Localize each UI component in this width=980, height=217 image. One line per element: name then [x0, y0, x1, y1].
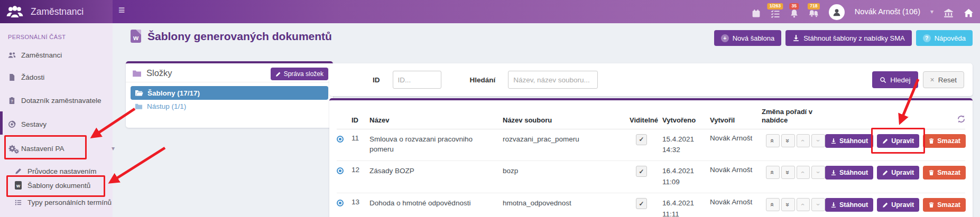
sidebar-item-zadosti[interactable]: Žádosti — [7, 71, 44, 83]
search-button[interactable]: Hledej — [872, 71, 918, 88]
alerts-badge: 35 — [790, 3, 799, 10]
tasks-badge: 1/263 — [768, 3, 783, 10]
move-up-button[interactable]: ‹ — [797, 166, 810, 179]
users-icon — [7, 51, 16, 59]
cell-id: 12 — [352, 166, 369, 174]
move-first-button[interactable]: « — [766, 166, 780, 179]
visible-checkbox[interactable]: ✓ — [636, 198, 647, 209]
sidebar-item-label: Zaměstnanci — [21, 51, 62, 59]
new-template-button[interactable]: + Nová šablona — [714, 30, 782, 46]
table-row: 11 Smlouva o rozvazani pracovniho pomeru… — [337, 129, 965, 162]
calendar-icon[interactable] — [752, 9, 761, 18]
list-icon — [14, 199, 23, 206]
download-button[interactable]: Stáhnout — [825, 198, 873, 212]
sidebar-item-dotaznik[interactable]: Dotazník zaměstnavatele — [7, 95, 101, 106]
folders-panel: Složky Správa složek Šablony (17/17) Nás… — [126, 61, 333, 128]
brand-title: Zaměstnanci — [31, 6, 84, 17]
sidebar-item-pruvodce[interactable]: Průvodce nastavením — [14, 165, 97, 177]
cell-author: Novák Arnošt — [710, 198, 762, 206]
move-down-button[interactable]: › — [811, 134, 825, 147]
col-visible: Viditelné — [630, 116, 662, 125]
bell-icon[interactable]: 35 — [790, 9, 799, 18]
eye-icon — [7, 120, 16, 128]
visible-checkbox[interactable]: ✓ — [636, 134, 647, 145]
plus-icon: + — [721, 34, 729, 42]
cell-created: 16.4.202111:11 — [662, 198, 710, 217]
folder-item-nastup[interactable]: Nástup (1/1) — [131, 100, 328, 112]
manage-folders-button[interactable]: Správa složek — [271, 68, 328, 80]
refresh-icon[interactable] — [957, 114, 966, 124]
question-icon: ? — [923, 34, 931, 42]
move-last-button[interactable]: » — [781, 134, 795, 147]
bells-icon[interactable]: 718 — [809, 9, 819, 18]
sidebar-item-sestavy[interactable]: Sestavy — [7, 118, 47, 130]
move-up-button[interactable]: ‹ — [797, 134, 810, 147]
reset-button[interactable]: × Reset — [923, 71, 964, 88]
col-file: Název souboru — [503, 116, 630, 125]
cell-created: 15.4.202114:32 — [662, 134, 710, 156]
search-input[interactable] — [508, 71, 598, 89]
edit-button[interactable]: Upravit — [877, 134, 919, 148]
move-down-button[interactable]: › — [811, 166, 825, 179]
search-label: Hledání — [470, 76, 496, 84]
sidebar-item-label: Nastavení PA — [21, 145, 64, 153]
cell-author: Novák Arnošt — [710, 166, 762, 174]
chevron-down-icon[interactable]: ▾ — [930, 8, 933, 15]
bank-icon[interactable] — [944, 8, 954, 18]
download-button[interactable]: Stáhnout — [825, 134, 873, 148]
menu-toggle-icon[interactable]: ≡ — [118, 4, 125, 16]
word-doc-icon: w — [14, 181, 23, 190]
trash-icon — [928, 202, 935, 208]
move-down-button[interactable]: › — [811, 198, 825, 211]
avatar[interactable] — [829, 4, 845, 20]
move-last-button[interactable]: » — [781, 166, 795, 179]
help-button[interactable]: ? Nápověda — [916, 30, 973, 46]
sidebar-item-zamestnanci[interactable]: Zaměstnanci — [7, 49, 62, 61]
sidebar-item-label: Průvodce nastavením — [27, 167, 97, 175]
col-id: ID — [352, 116, 369, 125]
edit-button[interactable]: Upravit — [877, 166, 919, 180]
templates-table-panel: ID Název Název souboru Viditelné Vytvoře… — [329, 98, 973, 217]
pencil-icon — [882, 202, 889, 208]
delete-button[interactable]: Smazat — [923, 198, 966, 212]
folder-item-sablony[interactable]: Šablony (17/17) — [131, 86, 328, 100]
reorder-controls: « » ‹ › — [766, 198, 825, 211]
edit-button[interactable]: Upravit — [877, 198, 919, 212]
delete-button[interactable]: Smazat — [923, 166, 966, 180]
folder-list: Šablony (17/17) Nástup (1/1) — [126, 82, 333, 116]
filter-panel: ID Hledání Hledej × Reset — [329, 63, 973, 96]
word-doc-icon: w — [131, 30, 141, 43]
visible-checkbox[interactable]: ✓ — [636, 166, 647, 177]
home-icon[interactable] — [964, 8, 974, 18]
move-last-button[interactable]: » — [781, 198, 795, 211]
move-up-button[interactable]: ‹ — [797, 198, 810, 211]
download-button[interactable]: Stáhnout — [825, 166, 873, 180]
table-row: 12 Zásady BOZP bozp ✓ 16.4.202111:09 Nov… — [337, 161, 965, 193]
reorder-controls: « » ‹ › — [766, 166, 825, 179]
detail-target-icon[interactable] — [337, 136, 344, 143]
sidebar-item-typy-terminu[interactable]: Typy personálních termínů — [14, 196, 112, 208]
sidebar-section-title: PERSONÁLNÍ ČÁST — [8, 34, 66, 40]
tasks-icon[interactable]: 1/263 — [771, 9, 780, 18]
user-menu[interactable]: Novák Arnošt (106) — [855, 7, 920, 16]
sidebar-item-label: Žádosti — [21, 73, 44, 81]
download-sma-templates-button[interactable]: Stáhnout šablony z nabídky SMA — [785, 30, 912, 46]
sidebar-item-nastaveni-pa[interactable]: Nastavení PA ▾ — [7, 143, 64, 154]
page-title: Šablony generovaných dokumentů — [147, 30, 332, 43]
cell-created: 16.4.202111:09 — [662, 166, 710, 188]
main-content: w Šablony generovaných dokumentů + Nová … — [113, 23, 980, 217]
sidebar-item-sablony-dokumentu[interactable]: w Šablony dokumentů — [14, 180, 90, 191]
move-first-button[interactable]: « — [766, 134, 780, 147]
detail-target-icon[interactable] — [337, 167, 344, 174]
cell-name: Zásady BOZP — [369, 166, 503, 176]
close-icon: × — [930, 76, 935, 84]
delete-button[interactable]: Smazat — [923, 134, 966, 148]
cell-file: hmotna_odpovednost — [503, 198, 630, 209]
move-first-button[interactable]: « — [766, 198, 780, 211]
row-actions: Stáhnout Upravit Smazat — [825, 166, 966, 180]
id-filter-input[interactable] — [393, 71, 441, 89]
detail-target-icon[interactable] — [337, 200, 344, 206]
document-icon — [7, 73, 16, 81]
cell-name: Dohoda o hmotné odpovědnosti — [369, 198, 503, 209]
table-header: ID Název Název souboru Viditelné Vytvoře… — [337, 100, 965, 129]
